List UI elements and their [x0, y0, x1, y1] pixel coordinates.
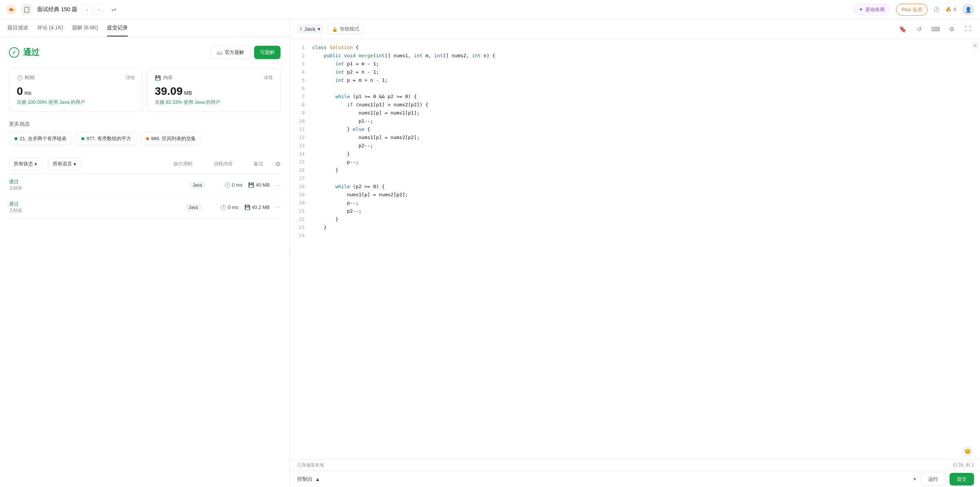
settings-icon[interactable]: ⚙ — [275, 161, 280, 168]
fullscreen-button[interactable]: ⛶ — [962, 23, 974, 35]
clock-icon-row2: 🕐 — [220, 204, 226, 210]
row2-notes: — — [276, 204, 280, 210]
memory-stat-card: 💾 内存 详情 39.09MB 击败 82.33% 使用 Java 的用户 — [147, 68, 281, 112]
status-header: ✓ 通过 📖 官方题解 写题解 — [9, 46, 280, 59]
check-icon: ✓ — [9, 47, 19, 57]
emoji-button[interactable]: 😊 — [962, 446, 972, 457]
code-line-6 — [309, 85, 980, 93]
status-actions: 📖 官方题解 写题解 — [210, 46, 280, 59]
row1-lang: Java — [189, 181, 205, 189]
close-panel-button[interactable]: ✕ — [972, 42, 978, 49]
console-actions: ✦ 运行 提交 — [913, 473, 974, 486]
refresh-button[interactable]: ↺ — [913, 23, 925, 35]
row2-lang: Java — [185, 204, 201, 211]
chevron-down-icon-lang: ▾ — [318, 26, 320, 32]
tab-comments[interactable]: 评论 (4.1K) — [37, 19, 63, 37]
official-solution-button[interactable]: 📖 官方题解 — [210, 46, 250, 59]
nav-buttons: ‹ › — [82, 5, 104, 15]
console-toggle[interactable]: 控制台 ▲ — [297, 476, 320, 482]
code-line-22: } — [309, 215, 980, 224]
lingdong-layout-button[interactable]: ✦ 灵动布局 — [853, 4, 890, 16]
code-line-21: p2--; — [309, 207, 980, 215]
row2-status: 通过 — [9, 201, 179, 208]
submission-row-2[interactable]: 通过 几秒前 Java 🕐 0 ms 💾 40.2 MB — [9, 196, 280, 219]
console-bar: 控制台 ▲ ✦ 运行 提交 — [291, 471, 980, 487]
fire-icon: 🔥 — [945, 7, 951, 12]
code-line-8: if (nums1[p1] > nums2[p2]) { — [309, 101, 980, 109]
settings-button[interactable]: ⚙ — [946, 23, 958, 35]
more-challenges-title: 更多挑战 — [9, 121, 280, 128]
tab-submissions[interactable]: 提交记录 — [107, 19, 128, 37]
code-text[interactable]: class Solution { public void merge(int[]… — [309, 39, 980, 460]
row1-status: 通过 — [9, 179, 183, 185]
memory-icon-row2: 💾 — [245, 204, 250, 210]
code-line-15: p--; — [309, 158, 980, 166]
memory-detail-link[interactable]: 详情 — [264, 75, 273, 81]
code-editor-area[interactable]: 1 2 3 4 5 6 7 8 9 10 11 12 13 14 15 16 1… — [291, 39, 980, 460]
submission-row[interactable]: 通过 几秒前 Java 🕐 0 ms 💾 40 MB — [9, 174, 280, 196]
submission-section: 所有状态 ▾ 所有语言 ▾ 执行用时 消耗内存 备注 ⚙ — [9, 154, 280, 219]
code-line-18: while (p2 >= 0) { — [309, 182, 980, 191]
row1-notes: — — [276, 182, 280, 188]
problem-set-icon: 📋 — [21, 4, 33, 16]
challenge-tag-977[interactable]: 977. 有序数组的平方 — [76, 132, 137, 145]
col-exec-time: 执行用时 — [173, 161, 193, 167]
ai-assist-button[interactable]: ✦ — [913, 476, 917, 482]
editor-toolbar: ℹ Java ▾ 🔒 智能模式 🔖 ↺ ⌨ ⚙ ⛶ — [291, 19, 980, 39]
row2-memory: 💾 40.2 MB — [245, 204, 270, 210]
code-line-9: nums1[p] = nums1[p1]; — [309, 109, 980, 117]
logo-icon[interactable] — [6, 5, 16, 15]
challenge-tag-21[interactable]: 21. 合并两个有序链表 — [9, 132, 72, 145]
row1-memory: 💾 40 MB — [248, 182, 270, 188]
right-panel: ℹ Java ▾ 🔒 智能模式 🔖 ↺ ⌨ ⚙ ⛶ 1 2 3 4 5 6 — [291, 19, 980, 487]
editor-status-bar: 已存储至本地 行 24, 列 1 — [291, 460, 980, 471]
info-icon: ℹ — [300, 26, 302, 32]
time-stat-card: 🕐 时间 详情 0ms 击败 100.00% 使用 Java 的用户 — [9, 68, 143, 112]
submit-button[interactable]: 提交 — [950, 473, 974, 485]
time-detail-link[interactable]: 详情 — [126, 75, 135, 81]
difficulty-medium-dot — [146, 137, 149, 140]
shuffle-button[interactable]: ⇌ — [108, 5, 119, 15]
code-line-12: nums1[p] = nums2[p2]; — [309, 134, 980, 142]
tab-solutions[interactable]: 题解 (6.8K) — [72, 19, 98, 37]
code-line-16: } — [309, 166, 980, 174]
avatar[interactable]: 👤 — [962, 4, 974, 16]
code-line-24 — [309, 232, 980, 240]
code-line-3: int p1 = m - 1; — [309, 60, 980, 68]
code-line-1: class Solution { — [309, 43, 980, 52]
challenge-tag-986[interactable]: 986. 区间列表的交集 — [140, 132, 201, 145]
smart-mode-toggle[interactable]: 🔒 智能模式 — [328, 24, 363, 34]
code-line-11: } else { — [309, 125, 980, 134]
col-notes: 备注 — [254, 161, 263, 167]
language-selector[interactable]: ℹ Java ▾ — [297, 24, 323, 34]
code-line-10: p1--; — [309, 117, 980, 125]
clock-small-icon: 🕐 — [17, 75, 23, 81]
difficulty-easy-dot — [14, 137, 18, 140]
run-button[interactable]: 运行 — [921, 473, 946, 486]
code-line-4: int p2 = n - 1; — [309, 68, 980, 76]
page-title: 面试经典 150 题 — [37, 6, 77, 13]
save-status: 已存储至本地 — [297, 462, 324, 468]
chevron-down-icon: ▾ — [35, 161, 37, 167]
write-solution-button[interactable]: 写题解 — [254, 46, 280, 59]
memory-icon: 💾 — [155, 75, 161, 81]
clock-icon-row1: 🕐 — [224, 182, 230, 188]
prev-button[interactable]: ‹ — [82, 5, 92, 15]
code-line-2: public void merge(int[] nums1, int m, in… — [309, 52, 980, 60]
sparkle-icon: ✦ — [913, 476, 917, 482]
filter-status-button[interactable]: 所有状态 ▾ — [9, 158, 42, 170]
row2-exec-time: 🕐 0 ms — [220, 204, 238, 210]
tab-description[interactable]: 题目描述 — [8, 19, 28, 37]
next-button[interactable]: › — [94, 5, 104, 15]
plus-member-button[interactable]: Plus 会员 — [896, 4, 928, 16]
shortcut-button[interactable]: ⌨ — [929, 23, 941, 35]
pass-status: ✓ 通过 — [9, 47, 40, 58]
code-line-13: p2--; — [309, 142, 980, 150]
bookmark-button[interactable]: 🔖 — [897, 23, 909, 35]
line-numbers: 1 2 3 4 5 6 7 8 9 10 11 12 13 14 15 16 1… — [291, 39, 309, 460]
time-value: 0 — [17, 85, 23, 97]
row1-exec-time: 🕐 0 ms — [224, 182, 242, 188]
filter-lang-button[interactable]: 所有语言 ▾ — [48, 158, 81, 170]
timer-area[interactable]: 🕐 — [934, 7, 940, 12]
table-header: 所有状态 ▾ 所有语言 ▾ 执行用时 消耗内存 备注 ⚙ — [9, 154, 280, 174]
